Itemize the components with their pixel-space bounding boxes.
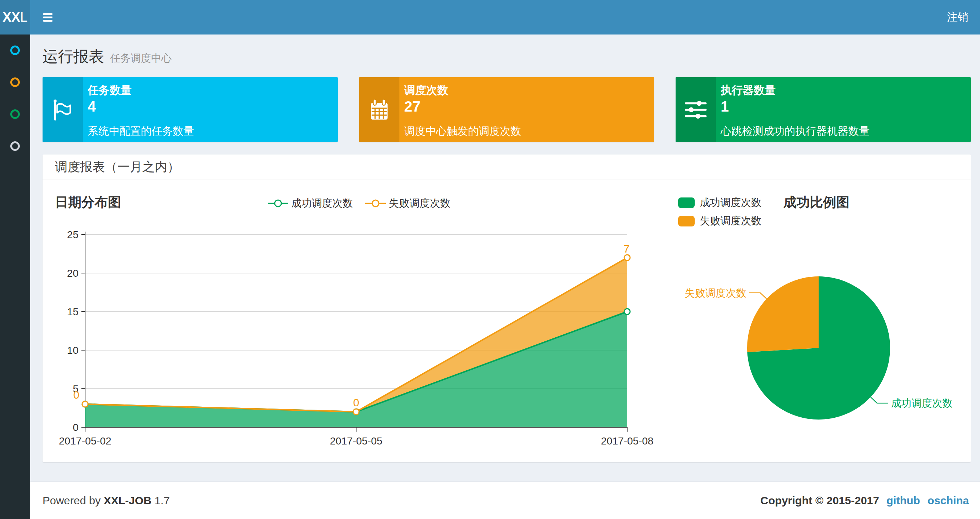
calendar-icon — [359, 77, 399, 142]
stat-card-description: 心跳检测成功的执行器机器数量 — [721, 124, 971, 139]
line-chart-legend: 成功调度次数 失败调度次数 — [268, 196, 450, 210]
svg-text:失败调度次数: 失败调度次数 — [685, 287, 746, 299]
sliders-icon — [676, 77, 716, 142]
success-ratio-pie-chart: 成功调度次数失败调度次数 — [671, 260, 975, 436]
app-logo[interactable]: XXL — [0, 0, 30, 35]
legend-label: 成功调度次数 — [700, 196, 761, 209]
svg-text:成功调度次数: 成功调度次数 — [891, 398, 953, 409]
panel-body: 日期分布图 成功调度次数 失败调度次数 — [43, 179, 971, 462]
sidebar-item-help-icon[interactable] — [10, 141, 20, 151]
stat-card-description: 系统中配置的任务数量 — [88, 124, 338, 139]
github-link[interactable]: github — [886, 494, 920, 507]
logout-button[interactable]: 注销 — [947, 10, 968, 25]
logo-light-text: L — [20, 10, 27, 25]
sidebar — [0, 35, 30, 519]
svg-text:0: 0 — [73, 389, 80, 401]
legend-label: 成功调度次数 — [291, 196, 353, 210]
page-title: 运行报表 — [43, 46, 104, 67]
logo-bold-text: XX — [3, 10, 20, 25]
powered-by: Powered by XXL-JOB 1.7 — [43, 494, 170, 507]
stat-card-executors: 执行器数量 1 心跳检测成功的执行器机器数量 — [676, 77, 971, 142]
stat-card-title: 执行器数量 — [721, 84, 971, 97]
stat-card-value: 4 — [88, 97, 338, 115]
stat-card-description: 调度中心触发的调度次数 — [404, 124, 654, 139]
sidebar-item-log-icon[interactable] — [10, 109, 20, 119]
page-footer: Powered by XXL-JOB 1.7 Copyright © 2015-… — [30, 482, 980, 519]
stat-card-triggers: 调度次数 27 调度中心触发的调度次数 — [359, 77, 654, 142]
powered-by-text: Powered by — [43, 494, 100, 506]
stat-card-title: 任务数量 — [88, 84, 338, 97]
flag-icon — [43, 77, 83, 142]
panel-title: 调度报表（一月之内） — [43, 155, 971, 179]
stat-card-title: 调度次数 — [404, 84, 654, 97]
brand-name: XXL-JOB — [104, 494, 151, 506]
line-chart-title: 日期分布图 — [55, 193, 121, 211]
page-subtitle: 任务调度中心 — [110, 51, 172, 65]
legend-label: 失败调度次数 — [389, 196, 450, 210]
legend-item-fail[interactable]: 失败调度次数 — [365, 196, 450, 210]
svg-text:0: 0 — [353, 396, 360, 409]
svg-text:10: 10 — [67, 345, 78, 356]
copyright: Copyright © 2015-2017 github oschina — [760, 494, 969, 507]
stat-cards-row: 任务数量 4 系统中配置的任务数量 — [30, 77, 980, 142]
version-number: 1.7 — [154, 494, 170, 506]
top-navbar: XXL 注销 — [0, 0, 980, 35]
line-series-icon — [268, 198, 288, 209]
line-series-icon — [365, 198, 386, 209]
main-content: 运行报表 任务调度中心 任务数量 4 系统中配置的任务数量 — [30, 35, 980, 519]
swatch-icon — [678, 198, 695, 208]
pie-chart-title: 成功比例图 — [783, 193, 850, 211]
legend-item-success[interactable]: 成功调度次数 — [678, 196, 761, 209]
content-header: 运行报表 任务调度中心 — [30, 35, 980, 77]
copyright-text: Copyright © 2015-2017 — [760, 494, 879, 507]
legend-label: 失败调度次数 — [700, 214, 761, 228]
date-distribution-chart: 05101520252017-05-022017-05-052017-05-08… — [44, 220, 664, 459]
legend-item-fail[interactable]: 失败调度次数 — [678, 214, 761, 228]
menu-icon[interactable] — [43, 13, 52, 22]
svg-text:2017-05-08: 2017-05-08 — [601, 435, 653, 447]
svg-text:7: 7 — [624, 243, 630, 255]
stat-card-value: 27 — [404, 97, 654, 115]
svg-text:20: 20 — [67, 268, 78, 279]
stat-card-value: 1 — [721, 97, 971, 115]
sidebar-item-job-icon[interactable] — [10, 77, 20, 87]
report-panel: 调度报表（一月之内） 日期分布图 成功调度次数 — [43, 155, 971, 462]
legend-item-success[interactable]: 成功调度次数 — [268, 196, 353, 210]
swatch-icon — [678, 216, 695, 227]
svg-text:15: 15 — [67, 306, 78, 318]
svg-text:0: 0 — [73, 422, 78, 433]
oschina-link[interactable]: oschina — [928, 494, 969, 507]
svg-text:2017-05-05: 2017-05-05 — [330, 435, 382, 447]
sidebar-item-dashboard-icon[interactable] — [10, 46, 20, 55]
stat-card-jobs: 任务数量 4 系统中配置的任务数量 — [43, 77, 338, 142]
svg-text:2017-05-02: 2017-05-02 — [59, 435, 111, 447]
svg-text:25: 25 — [67, 229, 78, 240]
pie-chart-legend: 成功调度次数 失败调度次数 — [678, 196, 761, 228]
